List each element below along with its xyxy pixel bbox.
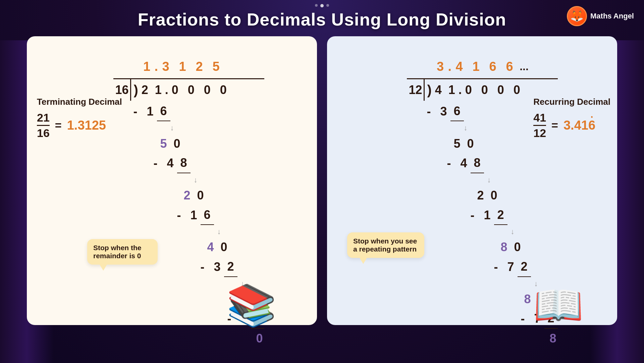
rrem3b: 0 (511, 237, 524, 257)
book-character-left: 📚 (226, 285, 277, 325)
rem3b: 0 (217, 237, 231, 257)
fraction-den-left: 16 (37, 126, 50, 140)
rem1-left: 5 0 (113, 134, 264, 153)
equals-left: = (55, 119, 62, 132)
dr5: 0 (494, 80, 507, 100)
quotient-left: 1 . 3 1 2 5 (113, 56, 264, 79)
dd2: 1 (152, 80, 165, 100)
arrow3: ↓ (217, 226, 221, 237)
step1-left: - 1 6 (113, 101, 264, 122)
rrem4a: 8 (521, 289, 534, 309)
step2-right: - 4 8 (407, 153, 558, 173)
rem3a: 4 (204, 237, 217, 257)
logo-icon: 🦊 (567, 6, 587, 26)
s2b: 8 (177, 153, 191, 173)
qr3: 1 (469, 56, 483, 77)
s1b: 6 (157, 101, 170, 122)
bubble-tail-left (99, 264, 107, 271)
result-right: 3.416• (564, 118, 595, 133)
s4b: 2 (224, 257, 237, 277)
dot-main (320, 4, 324, 7)
arrow1: ↓ (170, 122, 174, 134)
bracket-right: ) (424, 79, 432, 101)
q2: 3 (159, 56, 172, 77)
dd3: 0 (168, 80, 182, 100)
dr4: 0 (478, 80, 491, 100)
q1: 1 (140, 56, 154, 77)
rarrow2: ↓ (487, 174, 491, 186)
sr4a: 7 (504, 257, 518, 277)
sr4b: 2 (518, 257, 531, 277)
dd6: 0 (217, 80, 230, 100)
rrem2: 2 0 (407, 186, 558, 205)
speech-text-right: Stop when you see a repeating pattern (353, 237, 417, 253)
dd5: 0 (201, 80, 214, 100)
sr3a: 1 (481, 206, 494, 225)
terminating-label: Terminating Decimal (37, 97, 122, 107)
dr6: 0 (510, 80, 524, 100)
rem5a: 0 (251, 329, 264, 348)
rrem5: 8 (407, 329, 558, 348)
rrem1: 5 0 (407, 134, 558, 153)
quotient-right: 3 . 4 1 6 6 ... (407, 56, 558, 79)
qr2: 4 (452, 56, 466, 77)
qr-ellipsis: ... (520, 58, 529, 75)
q-dot: . (155, 56, 158, 77)
arrow2: ↓ (194, 174, 198, 186)
sr2a: 4 (457, 153, 471, 173)
book-character-right: 📖 (533, 285, 584, 325)
page-title: Fractions to Decimals Using Long Divisio… (7, 9, 637, 30)
step1-right: - 3 6 (407, 101, 558, 122)
rem2-left: 2 0 (113, 186, 264, 205)
step3-left: - 1 6 (113, 205, 264, 225)
bracket-left: ) (130, 79, 138, 101)
speech-bubble-right: Stop when you see a repeating pattern (347, 232, 424, 258)
step4-right: - 7 2 (407, 257, 558, 277)
dd4: 0 (184, 80, 198, 100)
s3a: 1 (187, 206, 201, 225)
logo-text: Maths Angel (590, 12, 634, 20)
dr1: 4 (432, 80, 445, 100)
divisor-left: 16 (113, 80, 130, 100)
speech-bubble-left: Stop when the remainder is 0 (87, 239, 158, 265)
terminating-info: Terminating Decimal 21 16 = 1.3125 (37, 97, 122, 140)
s3b: 6 (201, 205, 214, 225)
rem2a: 2 (180, 186, 194, 205)
sr2b: 8 (471, 153, 484, 173)
qr1: 3 (434, 56, 447, 77)
dr2: 1 (445, 80, 459, 100)
fraction-display-left: 21 16 = 1.3125 (37, 111, 122, 140)
rrem2b: 0 (487, 186, 501, 205)
sr1b: 6 (450, 101, 464, 122)
rem2b: 0 (194, 186, 207, 205)
rem1b: 0 (170, 134, 184, 153)
main-content: Terminating Decimal 21 16 = 1.3125 1 . 3 (0, 36, 644, 325)
rrem1b: 0 (464, 134, 477, 153)
sr1a: 3 (437, 102, 450, 121)
step2-left: - 4 8 (113, 153, 264, 173)
rrem5a: 8 (544, 329, 558, 348)
divisor-right: 12 (407, 80, 424, 100)
left-card: Terminating Decimal 21 16 = 1.3125 1 . 3 (27, 36, 317, 325)
logo: 🦊 Maths Angel (567, 6, 634, 26)
rem5-left: 0 (113, 329, 264, 348)
q5: 5 (209, 56, 223, 77)
step3-right: - 1 2 (407, 205, 558, 225)
rarrow3: ↓ (511, 226, 515, 237)
fraction-num-left: 21 (37, 111, 50, 126)
dr3: 0 (462, 80, 475, 100)
top-decoration (315, 4, 329, 7)
rrem3a: 8 (497, 237, 511, 257)
rrem1a: 5 (450, 134, 464, 153)
qr-dot: . (448, 56, 452, 77)
qr5: 6 (503, 56, 516, 77)
rrem2a: 2 (474, 186, 487, 205)
s1a: 1 (144, 102, 157, 121)
dot (315, 4, 318, 7)
fraction-left: 21 16 (37, 111, 50, 140)
s4a: 3 (211, 257, 224, 277)
bubble-tail-right (359, 257, 367, 264)
rem1a: 5 (157, 134, 170, 153)
dot (326, 4, 329, 7)
q3: 1 (176, 56, 189, 77)
